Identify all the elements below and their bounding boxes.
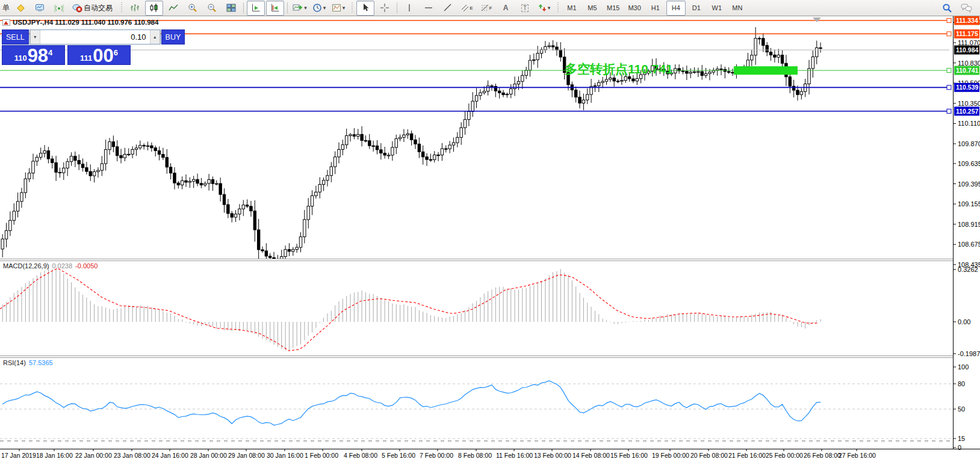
arrows-icon [538, 3, 547, 13]
time-axis-label: 25 Feb 00:00 [766, 452, 803, 459]
time-axis-label: 27 Feb 16:00 [839, 452, 876, 459]
toolbar-separator [397, 2, 397, 13]
rsi-label: RSI(14)57.5365 [3, 359, 53, 366]
timeframe-mn-button[interactable]: MN [728, 1, 747, 16]
timeframe-h1-button[interactable]: H1 [646, 1, 665, 16]
time-axis-label: 7 Feb 00:00 [420, 452, 453, 459]
rsi-name: RSI(14) [3, 359, 26, 366]
price-badge-label: 111.334 [956, 17, 978, 24]
autoscroll-icon [251, 3, 261, 13]
lot-increase-button[interactable]: ▲ [150, 30, 160, 44]
svg-text:108.675: 108.675 [958, 241, 980, 248]
tile-windows-button[interactable] [222, 1, 240, 16]
templates-dropdown[interactable]: ▾ [329, 1, 347, 16]
sell-price-display[interactable]: 110 98 4 [2, 45, 65, 65]
channel-e-icon: E [470, 5, 473, 11]
cursor-icon [361, 3, 370, 13]
line-chart-button[interactable] [164, 1, 182, 16]
timeframe-m1-button[interactable]: M1 [562, 1, 581, 16]
timeframe-m15-button[interactable]: M15 [603, 1, 623, 16]
timeframe-h4-button[interactable]: H4 [666, 1, 686, 16]
price-badge-label: 110.741 [956, 67, 979, 74]
text-label-button[interactable]: T [516, 1, 534, 16]
sell-button[interactable]: SELL [2, 29, 29, 45]
lot-increase-icon: ▲ [153, 35, 157, 39]
new-order-label[interactable]: 单 [2, 3, 10, 13]
tile-windows-icon [226, 3, 236, 13]
svg-text:109.635: 109.635 [958, 160, 980, 167]
timeframe-m30-button[interactable]: M30 [624, 1, 644, 16]
timeframe-w1-button[interactable]: W1 [707, 1, 727, 16]
macd-axis-label: 0.00 [958, 318, 970, 325]
sell-price-small: 110 [14, 54, 27, 62]
price-badge-label: 110.257 [956, 108, 979, 115]
line-handle[interactable] [947, 109, 951, 113]
dropdown-arrow-icon: ▾ [548, 5, 551, 11]
line-handle[interactable] [947, 69, 951, 73]
time-axis-label: 14 Feb 08:00 [572, 452, 610, 459]
charts-window-icon [35, 3, 45, 13]
search-icon [942, 3, 952, 13]
autoscroll-button[interactable] [247, 1, 265, 16]
rsi-axis-label: 50 [958, 405, 965, 413]
trendline-button[interactable] [439, 1, 457, 16]
chart-window-icon [2, 19, 10, 26]
toolbar-separator [243, 2, 244, 13]
chat-button[interactable] [957, 1, 975, 16]
svg-text:109.395: 109.395 [958, 180, 980, 188]
horizontal-line-icon [424, 3, 433, 13]
time-axis-label: 19 Feb 00:00 [652, 452, 689, 459]
time-axis-label: 15 Feb 16:00 [610, 452, 648, 459]
trendline-icon [443, 3, 453, 13]
autotrading-button[interactable]: 自动交易 [69, 1, 117, 16]
periods-dropdown[interactable]: ▾ [310, 1, 328, 16]
zoom-in-button[interactable] [184, 1, 202, 16]
arrows-dropdown[interactable]: ▾ [535, 1, 553, 16]
line-handle[interactable] [947, 85, 951, 90]
svg-text:109.155: 109.155 [958, 200, 980, 208]
buy-price-big: 00 [93, 48, 113, 64]
cursor-button[interactable] [356, 1, 374, 16]
chart-background [0, 16, 980, 465]
fibo-f-icon: F [489, 5, 492, 11]
buy-price-display[interactable]: 111 00 6 [67, 45, 131, 65]
horizontal-line-button[interactable] [420, 1, 438, 16]
price-badge-label: 110.984 [956, 46, 979, 54]
time-axis-label: 17 Jan 2019 [1, 452, 36, 459]
timeframe-d1-button[interactable]: D1 [687, 1, 706, 16]
text-button[interactable]: A [497, 1, 515, 16]
chart-shift-button[interactable] [266, 1, 284, 16]
search-button[interactable] [938, 1, 956, 16]
crosshair-button[interactable] [376, 1, 394, 16]
clock-icon [312, 3, 322, 13]
macd-signal-value: -0.0050 [75, 262, 98, 269]
vertical-line-button[interactable] [400, 1, 418, 16]
time-axis-label: 1 Feb 00:00 [305, 452, 338, 459]
signals-button[interactable] [50, 1, 68, 16]
charts-window-button[interactable] [31, 1, 49, 16]
dropdown-arrow-icon: ▾ [323, 5, 326, 11]
bar-chart-button[interactable] [126, 1, 144, 16]
new-order-button[interactable] [11, 1, 29, 16]
price-badge-label: 110.539 [956, 84, 979, 91]
green-zone-rect[interactable] [734, 66, 798, 75]
equidistant-channel-button[interactable]: E [458, 1, 476, 16]
fibonacci-button[interactable]: F [477, 1, 495, 16]
time-axis-label: 23 Jan 08:00 [114, 452, 150, 459]
zoom-out-icon [207, 3, 217, 13]
zoom-out-button[interactable] [203, 1, 221, 16]
lot-size-input[interactable] [40, 30, 150, 44]
lot-decrease-button[interactable]: ▼ [30, 30, 40, 44]
buy-button[interactable]: BUY [161, 29, 185, 45]
time-axis-label: 22 Jan 00:00 [75, 452, 112, 459]
autotrading-icon [72, 3, 82, 13]
main-toolbar: 单 自动交易 ▾ ▾ [0, 0, 980, 16]
indicators-dropdown[interactable]: ▾ [291, 1, 309, 16]
chart-canvas[interactable]: 111.310111.070110.830110.590110.350110.1… [0, 0, 980, 465]
line-handle[interactable] [947, 19, 951, 23]
candlestick-chart-button[interactable] [145, 1, 163, 16]
chart-shift-icon [270, 3, 280, 13]
line-handle[interactable] [947, 32, 951, 36]
timeframe-m5-button[interactable]: M5 [583, 1, 602, 16]
rsi-axis-label: 100 [958, 363, 969, 371]
